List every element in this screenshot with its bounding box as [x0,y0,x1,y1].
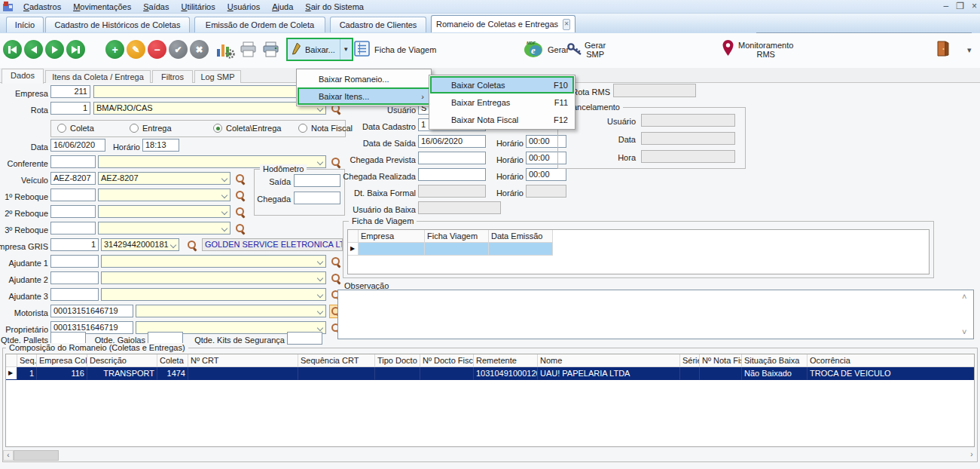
tab-cadastro-historicos[interactable]: Cadastro de Históricos de Coletas [45,17,190,32]
col-tipo-docto[interactable]: Tipo Docto [375,354,420,367]
monitoramento-rms-label[interactable]: Monitoramento RMS [738,41,793,59]
col-ocorrencia[interactable]: Ocorrência [808,354,974,367]
toolbar-overflow-arrow[interactable]: ▾ [967,45,972,55]
veiculo-search-icon[interactable] [234,172,247,185]
tab-close-icon[interactable]: ✕ [563,19,570,30]
observacao-scroll-down-icon[interactable]: ˅ [962,327,966,336]
ajudante2-code-field[interactable] [50,271,99,284]
motorista-combo[interactable] [136,305,326,317]
add-button[interactable]: + [105,40,124,59]
tab-inicio[interactable]: Início [6,17,44,32]
menu-usuarios[interactable]: Usuários [222,2,265,12]
tab-romaneio[interactable]: Romaneio de Coletas e Entregas ✕ [431,15,575,32]
nav-first-button[interactable] [3,40,22,59]
print-setup-button[interactable] [262,41,279,59]
gerar-smp-icon[interactable] [566,42,584,58]
hscroll-left-button[interactable]: ‹ [3,450,14,461]
observacao-scroll-up-icon[interactable]: ˄ [962,292,966,301]
menu-cadastros[interactable]: Cadastros [18,2,66,12]
nav-previous-button[interactable] [24,40,43,59]
radio-nota-fiscal[interactable]: Nota Fiscal [298,124,353,133]
conferente-code-field[interactable] [50,155,96,168]
menu-item-baixar-coletas[interactable]: Baixar Coletas F10 [430,76,574,93]
ficha-selected-row[interactable]: ▶ [348,243,929,256]
motorista-code-field[interactable]: 00013151646719 [50,305,133,317]
col-seq[interactable]: Seq. ▼ [17,354,37,367]
realizada-horario-field[interactable]: 00:00 [526,168,566,181]
print-button[interactable] [240,41,257,59]
radio-coleta[interactable]: Coleta [57,124,94,133]
baixar-dropdown-arrow[interactable]: ▼ [340,39,352,60]
col-situacao-baixa[interactable]: Situação Baixa [742,354,808,367]
veiculo-code-field[interactable]: AEZ-8207 [50,172,96,185]
chegada-realizada-field[interactable] [418,168,486,181]
hodometro-chegada-field[interactable] [294,192,340,204]
horario-field[interactable]: 18:13 [142,139,179,152]
ficha-viagem-icon[interactable] [354,41,370,58]
qtde-kits-field[interactable] [287,332,322,345]
menu-utilitarios[interactable]: Utilitários [176,2,220,12]
report-chart-button[interactable] [215,40,235,60]
cancel-button[interactable]: ✖ [190,40,209,59]
col-descricao[interactable]: Descrição [87,354,157,367]
radio-coleta-entrega[interactable]: Coleta\Entrega [213,124,281,133]
reboque2-search-icon[interactable] [234,205,247,219]
ficha-viagem-label[interactable]: Ficha de Viagem [374,45,436,54]
observacao-textarea[interactable] [337,290,974,339]
gerar-mdfe-label[interactable]: Gerar [548,45,569,54]
menu-sair[interactable]: Sair do Sistema [300,2,369,12]
ajudante1-combo[interactable] [101,255,326,268]
reboque2-code-field[interactable] [50,205,96,218]
mdfe-icon[interactable]: eMDF [523,39,544,60]
reboque1-code-field[interactable] [50,189,96,201]
baixar-button[interactable]: Baixar... [288,39,340,60]
delete-button[interactable]: − [148,40,166,59]
menu-movimentacoes[interactable]: Movimentações [68,2,136,12]
col-crt[interactable]: Nº CRT [188,354,298,367]
ajudante2-combo[interactable] [101,271,326,284]
confirm-button[interactable]: ✔ [169,40,188,59]
ajudante1-code-field[interactable] [50,255,99,268]
hscroll-right-button[interactable]: › [966,450,977,461]
monitoramento-pin-icon[interactable] [722,39,734,59]
form-tab-dados[interactable]: Dados [2,69,44,84]
radio-entrega[interactable]: Entrega [130,124,172,133]
tab-emissao-ordem[interactable]: Emissão de Ordem de Coleta [194,17,325,32]
empresa-code-field[interactable]: 211 [50,85,90,98]
reboque2-combo[interactable] [98,205,230,218]
ajudante1-search-icon[interactable] [329,255,343,268]
gerar-smp-label[interactable]: Gerar SMP [585,41,606,59]
hscroll-thumb[interactable] [14,450,59,461]
conferente-search-icon[interactable] [329,155,343,169]
reboque3-combo[interactable] [98,222,230,234]
ajudante3-combo[interactable] [101,288,326,301]
menu-ajuda[interactable]: Ajuda [267,2,298,12]
nav-next-button[interactable] [45,40,64,59]
data-field[interactable]: 16/06/2020 [50,139,105,152]
edit-button[interactable]: ✎ [127,40,145,59]
nav-last-button[interactable] [66,40,85,59]
rota-code-field[interactable]: 1 [50,102,90,115]
col-remetente[interactable]: Remetente [474,354,538,367]
exit-door-icon[interactable] [936,41,950,58]
menu-item-baixar-nota-fiscal[interactable]: Baixar Nota Fiscal F12 [430,111,574,128]
menu-item-baixar-romaneio[interactable]: Baixar Romaneio... [298,70,430,87]
col-coleta[interactable]: Coleta [157,354,188,367]
restore-button[interactable]: ❐ [956,0,964,12]
menu-item-baixar-itens[interactable]: Baixar Itens... › [298,87,430,105]
empresa-gris-code-field[interactable]: 1 [50,238,99,251]
col-docto-fiscal[interactable]: Nº Docto Fiscal [420,354,474,367]
ajudante3-code-field[interactable] [50,288,99,301]
veiculo-combo[interactable]: AEZ-8207 [98,172,230,185]
menu-saidas[interactable]: Saídas [138,2,174,12]
minimize-button[interactable]: – [944,0,949,12]
reboque1-combo[interactable] [98,189,230,201]
ajudante2-search-icon[interactable] [329,271,343,285]
empresa-gris-cnpj-combo[interactable]: 31429442000181 [101,238,179,251]
reboque3-search-icon[interactable] [234,222,247,235]
data-saida-field[interactable]: 16/06/2020 [418,135,486,148]
col-serie[interactable]: Série [680,354,700,367]
menu-item-baixar-entregas[interactable]: Baixar Entregas F11 [430,93,574,111]
composicao-row[interactable]: ▶ 1 116 TRANSPORT 1474 10310491000120 UA… [6,367,974,380]
form-tab-itens[interactable]: Itens da Coleta / Entrega [45,70,151,83]
